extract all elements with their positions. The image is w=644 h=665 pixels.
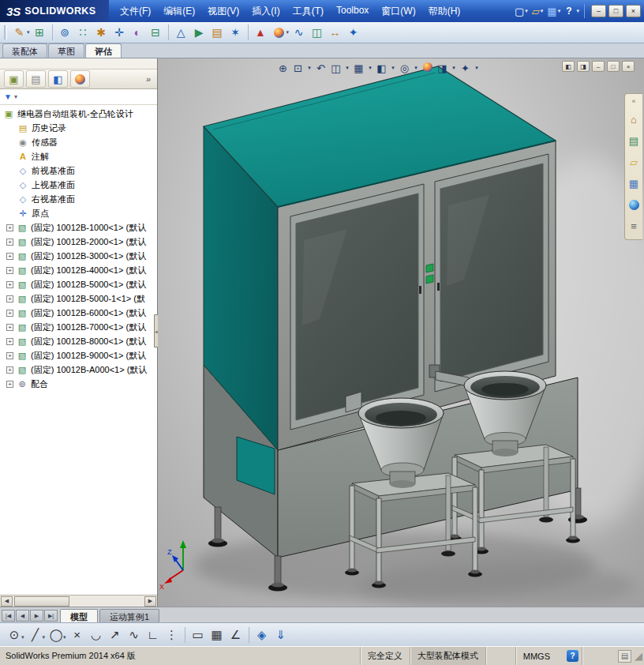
scroll-left-button[interactable]: ◀ <box>1 596 13 607</box>
file-explorer-icon[interactable]: ▱ <box>627 156 641 169</box>
menu-file[interactable]: 文件(F) <box>114 2 157 21</box>
doc-restore-button[interactable]: □ <box>607 61 620 72</box>
close-button[interactable]: × <box>626 5 641 17</box>
section-button[interactable]: ◫ <box>308 24 326 42</box>
help-button[interactable]: ? <box>563 6 575 17</box>
propertymanager-tab[interactable]: ▤ <box>26 70 46 88</box>
insert-components-button[interactable]: ⊞ <box>31 24 49 42</box>
offset-entities-button[interactable]: ↗ <box>106 626 125 644</box>
new-document-button[interactable]: ▢▾ <box>513 2 530 20</box>
save-document-button[interactable]: ▦▾ <box>545 2 562 20</box>
view-palette-icon[interactable]: ▦ <box>627 177 641 190</box>
last-tab-button[interactable]: ▶| <box>44 610 58 622</box>
tree-item-component-1000[interactable]: +▧(固定) 10012B-1000<1> (默认 <box>0 220 157 235</box>
tree-item-component-6000[interactable]: +▧(固定) 10012B-6000<1> (默认 <box>0 306 157 320</box>
tree-item-component-5000[interactable]: +▧(固定) 10012B-5000<1> (默认 <box>0 277 157 291</box>
tree-item-top-plane[interactable]: ◇上视基准面 <box>0 178 157 192</box>
tree-item-component-4000[interactable]: +▧(固定) 10012B-4000<1> (默认 <box>0 263 157 277</box>
expand-icon[interactable]: + <box>6 267 13 274</box>
expand-icon[interactable]: + <box>6 338 13 345</box>
next-tab-button[interactable]: ▶ <box>30 610 43 622</box>
sketch-fillet-button[interactable]: ∟ <box>144 626 163 644</box>
chevron-down-icon[interactable]: ▾ <box>286 29 290 36</box>
chevron-down-icon[interactable]: ▾ <box>27 29 30 36</box>
graphics-viewport[interactable]: X Z ⊕ ⊡ ▾ ↶ ◫ ▾ ▦ ▾ ◧ ▾ ◎ ▾ ◨ ▾ ✦ ▾ ◧ ◨ … <box>158 58 644 607</box>
tree-item-component-2000[interactable]: +▧(固定) 10012B-2000<1> (默认 <box>0 235 157 249</box>
linear-component-pattern-button[interactable]: ∷ <box>74 24 92 42</box>
scroll-thumb[interactable] <box>14 596 69 607</box>
pane-full-button[interactable]: ◨ <box>577 61 590 72</box>
previous-view-icon[interactable]: ↶ <box>314 62 328 74</box>
view-orientation-icon[interactable]: ▦ <box>352 62 365 74</box>
tree-item-component-5000-1[interactable]: +▧(固定) 10012B-5000-1<1> (默 <box>0 291 157 306</box>
linear-sketch-pattern-button[interactable]: ⋮ <box>163 626 182 644</box>
tree-item-sensors[interactable]: ◉传感器 <box>0 135 157 149</box>
panel-overflow-chevron[interactable]: » <box>144 74 153 84</box>
status-tag-icon[interactable]: ▤ <box>618 650 631 663</box>
display-style-icon[interactable]: ◧ <box>375 62 388 74</box>
panel-horizontal-scrollbar[interactable]: ◀ ▶ <box>0 595 157 607</box>
tree-item-front-plane[interactable]: ◇前视基准面 <box>0 163 157 178</box>
apply-scene-icon[interactable]: ◨ <box>436 62 449 74</box>
expand-icon[interactable]: + <box>6 281 13 288</box>
exit-sketch-button[interactable]: ⇓ <box>271 626 290 644</box>
status-unit-system[interactable]: MMGS <box>515 647 557 665</box>
expand-icon[interactable]: + <box>6 224 13 231</box>
featuremanager-tree-tab[interactable]: ▣ <box>4 70 24 88</box>
tree-item-right-plane[interactable]: ◇右视基准面 <box>0 192 157 206</box>
expand-icon[interactable]: + <box>6 239 13 246</box>
design-library-icon[interactable]: ▤ <box>627 134 641 148</box>
assembly-3d-view[interactable]: X Z <box>158 58 644 607</box>
expand-icon[interactable]: + <box>6 352 13 359</box>
simulation-button[interactable]: ∿ <box>290 24 308 42</box>
maximize-button[interactable]: □ <box>608 5 623 17</box>
first-tab-button[interactable]: |◀ <box>2 610 15 622</box>
tree-item-annotations[interactable]: A注解 <box>0 149 157 163</box>
tab-motion-study-1[interactable]: 运动算例1 <box>99 609 159 622</box>
quick-tips-toggle[interactable]: ? <box>567 650 578 662</box>
chevron-down-icon[interactable]: ▾ <box>43 634 46 641</box>
smart-dimension-button[interactable]: ∠ <box>227 626 245 644</box>
scroll-right-button[interactable]: ▶ <box>144 596 156 607</box>
displaymanager-tab[interactable] <box>70 70 90 88</box>
measure-button[interactable]: ↔ <box>326 24 344 42</box>
chevron-down-icon[interactable]: ▾ <box>525 8 528 14</box>
expand-icon[interactable]: + <box>6 324 13 331</box>
new-motion-study-button[interactable]: ▶ <box>190 24 208 42</box>
assembly-features-button[interactable]: ⊟ <box>147 24 165 42</box>
bill-of-materials-button[interactable]: ▤ <box>208 24 227 42</box>
doc-close-button[interactable]: × <box>622 61 635 72</box>
chevron-down-icon[interactable]: ▾ <box>451 65 457 71</box>
minimize-button[interactable]: – <box>591 5 606 17</box>
tab-model[interactable]: 模型 <box>60 609 98 622</box>
edit-component-button[interactable]: ✎ <box>10 24 28 42</box>
tree-item-component-8000[interactable]: +▧(固定) 10012B-8000<1> (默认 <box>0 334 157 348</box>
open-document-button[interactable]: ▱▾ <box>530 2 545 20</box>
tree-item-component-9000[interactable]: +▧(固定) 10012B-9000<1> (默认 <box>0 348 157 363</box>
tree-item-origin[interactable]: ✛原点 <box>0 206 157 220</box>
menu-insert[interactable]: 插入(I) <box>245 2 286 21</box>
tab-assembly[interactable]: 装配体 <box>2 43 47 58</box>
custom-properties-icon[interactable]: ≡ <box>627 220 641 233</box>
chevron-down-icon[interactable]: ▾ <box>306 65 313 71</box>
menu-edit[interactable]: 编辑(E) <box>157 2 201 21</box>
menu-view[interactable]: 视图(V) <box>201 2 245 21</box>
chevron-down-icon[interactable]: ▾ <box>474 65 480 71</box>
move-component-button[interactable]: ✛ <box>110 24 129 42</box>
menu-help[interactable]: 帮助(H) <box>422 2 467 21</box>
chevron-down-icon[interactable]: ▾ <box>63 634 66 641</box>
tree-item-component-7000[interactable]: +▧(固定) 10012B-7000<1> (默认 <box>0 320 157 334</box>
chevron-down-icon[interactable]: ▾ <box>413 65 419 71</box>
chevron-down-icon[interactable]: ▾ <box>344 65 350 71</box>
smart-fasteners-button[interactable]: ✱ <box>92 24 110 42</box>
solidworks-resources-icon[interactable]: ⌂ <box>627 113 641 126</box>
tree-item-history[interactable]: ▤历史记录 <box>0 121 157 135</box>
edit-appearance-icon[interactable] <box>421 62 434 74</box>
expand-icon[interactable]: + <box>6 381 13 388</box>
hide-show-items-icon[interactable]: ◎ <box>398 62 411 74</box>
pane-split-button[interactable]: ◧ <box>562 61 575 72</box>
menu-window[interactable]: 窗口(W) <box>375 2 421 21</box>
expand-icon[interactable]: + <box>6 253 13 260</box>
status-large-assembly-mode[interactable]: 大型装配体模式 <box>410 647 485 665</box>
section-view-icon[interactable]: ◫ <box>329 62 343 74</box>
